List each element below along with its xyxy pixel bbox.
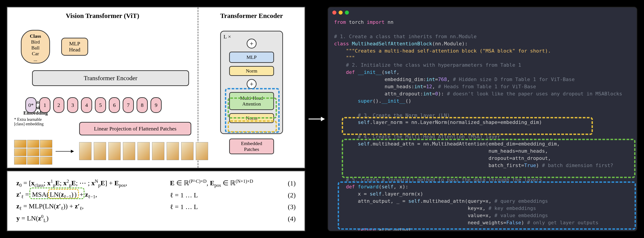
vit-diagram: Vision Transformer (ViT) Class Bird Ball… <box>8 8 198 168</box>
mlp-block: MLP <box>229 52 274 63</box>
encoder-diagram: Transformer Encoder L × + MLP Norm + Mul… <box>198 8 304 168</box>
encoder-title: Transformer Encoder <box>220 12 283 20</box>
window-controls <box>332 11 349 15</box>
norm-block-lower: Norm <box>229 113 274 123</box>
repeat-label: L × <box>224 34 231 40</box>
token: 9 <box>150 97 162 113</box>
class-output-box: Class Bird Ball Car ... <box>21 30 50 64</box>
encoder-stack: L × + MLP Norm + Multi-Head Attention No… <box>220 31 283 134</box>
svg-marker-1 <box>321 117 325 121</box>
arrow-icon <box>56 151 74 152</box>
equations-panel: z0 = [xclass; x1pE; x2pE; ⋯ ; xNpE] + Ep… <box>7 171 305 231</box>
patch-strip-icon <box>79 142 208 160</box>
extra-class-note: * Extra learnable [class] embedding <box>14 117 59 126</box>
residual-add-icon: + <box>247 39 256 49</box>
equation-2: z′ℓ = MSA(LN(zℓ−1)) + zℓ−1, ℓ = 1 … L (2… <box>16 191 296 200</box>
class-item: ... <box>34 57 38 62</box>
multihead-attention-block: Multi-Head Attention <box>229 92 274 110</box>
equation-1: z0 = [xclass; x1pE; x2pE; ⋯ ; xNpE] + Ep… <box>16 178 296 188</box>
class-header: Class <box>30 33 41 39</box>
patch-grid-icon <box>14 140 52 165</box>
figure-panel: Vision Transformer (ViT) Class Bird Ball… <box>7 7 305 168</box>
norm-block-upper: Norm <box>229 66 274 76</box>
code-editor-panel: from torch import nn # 1. Create a class… <box>328 7 637 231</box>
embedded-patches-block: Embedded Patches <box>229 139 274 154</box>
token: 8 <box>136 97 148 113</box>
token: 2 <box>53 97 64 113</box>
token: 6 <box>109 97 120 113</box>
class-item: Car <box>32 51 39 57</box>
linear-projection-block: Linear Projection of Flattened Patches <box>79 122 191 135</box>
equation-3: zℓ = MLP(LN(z′ℓ)) + z′ℓ, ℓ = 1 … L (3) <box>16 202 296 211</box>
token-0-class: 0* <box>25 97 36 113</box>
transformer-encoder-block: Transformer Encoder <box>32 70 189 86</box>
token: 7 <box>123 97 134 113</box>
maximize-icon[interactable] <box>345 11 349 15</box>
mapping-arrow-icon <box>305 115 328 123</box>
class-item: Ball <box>32 45 40 51</box>
mlp-head-block: MLP Head <box>61 38 88 56</box>
left-column: Vision Transformer (ViT) Class Bird Ball… <box>7 7 305 231</box>
class-item: Bird <box>31 39 40 45</box>
close-icon[interactable] <box>332 11 336 15</box>
token-row: 0* 1 2 3 4 5 6 7 8 9 <box>25 97 162 113</box>
minimize-icon[interactable] <box>338 11 343 15</box>
equation-4: y = LN(z0L) (4) <box>16 214 296 223</box>
token: 4 <box>81 97 92 113</box>
token: 1 <box>39 97 50 113</box>
residual-add-icon: + <box>247 79 256 89</box>
token: 5 <box>95 97 106 113</box>
token: 3 <box>67 97 78 113</box>
code-body: from torch import nn # 1. Create a class… <box>328 19 636 230</box>
vit-title: Vision Transformer (ViT) <box>66 12 139 20</box>
